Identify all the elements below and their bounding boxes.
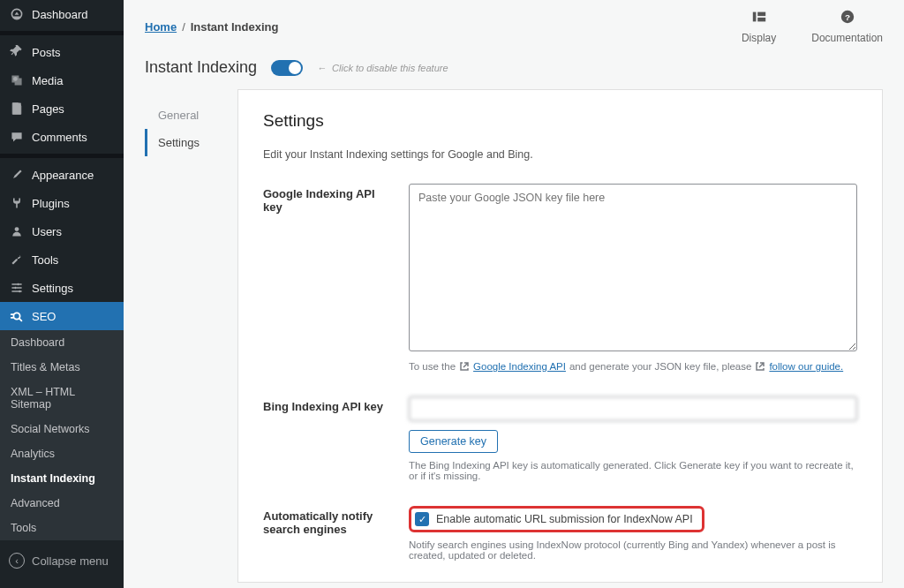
- sidebar-item-media[interactable]: Media: [0, 66, 124, 94]
- panel-heading: Settings: [263, 111, 857, 131]
- toggle-hint: ← Click to disable this feature: [317, 63, 448, 73]
- sidebar-item-appearance[interactable]: Appearance: [0, 161, 124, 189]
- submenu-item-analytics[interactable]: Analytics: [0, 441, 124, 466]
- google-field-label: Google Indexing API key: [263, 184, 391, 372]
- breadcrumb: Home / Instant Indexing: [145, 20, 278, 34]
- comment-icon: [9, 129, 25, 145]
- topbar: Home / Instant Indexing Display ? Docume…: [124, 0, 904, 58]
- settings-subtabs: General Settings: [145, 89, 237, 583]
- display-label: Display: [742, 32, 776, 44]
- sidebar-item-label: Posts: [32, 46, 61, 59]
- sidebar-item-settings[interactable]: Settings: [0, 274, 124, 302]
- brush-icon: [9, 167, 25, 183]
- sidebar-item-dashboard[interactable]: Dashboard: [0, 0, 124, 28]
- sidebar-item-seo[interactable]: SEO: [0, 302, 124, 330]
- follow-guide-link[interactable]: follow our guide.: [769, 361, 843, 372]
- submenu-item-dashboard[interactable]: Dashboard: [0, 330, 124, 355]
- sidebar-item-pages[interactable]: Pages: [0, 94, 124, 123]
- sidebar-item-label: Settings: [32, 282, 73, 295]
- sidebar-item-label: Appearance: [32, 169, 94, 182]
- breadcrumb-current: Instant Indexing: [191, 20, 279, 34]
- sidebar-item-label: Comments: [32, 131, 87, 144]
- panel-description: Edit your Instant Indexing settings for …: [263, 148, 857, 161]
- feature-toggle[interactable]: [271, 60, 303, 76]
- google-field-row: Google Indexing API key To use the Googl…: [263, 184, 857, 372]
- generate-key-button[interactable]: Generate key: [409, 430, 498, 453]
- collapse-icon: ‹: [9, 553, 25, 569]
- display-action[interactable]: Display: [742, 9, 776, 44]
- sidebar-separator: [0, 31, 124, 35]
- settings-panel: Settings Edit your Instant Indexing sett…: [237, 89, 883, 583]
- svg-point-2: [15, 227, 19, 231]
- toggle-hint-text: Click to disable this feature: [332, 63, 448, 73]
- sidebar-item-label: Pages: [32, 102, 64, 116]
- checkbox-label: Enable automatic URL submission for Inde…: [436, 513, 693, 525]
- sidebar-item-label: Plugins: [32, 197, 70, 210]
- bing-field-label: Bing Indexing API key: [263, 396, 391, 481]
- svg-point-4: [14, 287, 16, 289]
- sidebar-item-label: Tools: [32, 253, 58, 267]
- sidebar-item-tools[interactable]: Tools: [0, 245, 124, 274]
- auto-notify-row: Automatically notify search engines ✓ En…: [263, 506, 857, 561]
- admin-sidebar: Dashboard Posts Media Pages Comments App…: [0, 0, 124, 588]
- svg-point-3: [17, 283, 19, 285]
- auto-notify-help: Notify search engines using IndexNow pro…: [409, 539, 857, 561]
- collapse-label: Collapse menu: [32, 554, 109, 568]
- svg-text:?: ?: [845, 12, 850, 22]
- google-indexing-api-link[interactable]: Google Indexing API: [473, 361, 566, 372]
- documentation-action[interactable]: ? Documentation: [811, 9, 883, 44]
- collapse-menu[interactable]: ‹ Collapse menu: [0, 544, 124, 577]
- submenu-item-instant-indexing[interactable]: Instant Indexing: [0, 466, 124, 491]
- google-field-control: To use the Google Indexing API and gener…: [409, 184, 857, 372]
- main-content: Home / Instant Indexing Display ? Docume…: [124, 0, 904, 588]
- pages-icon: [9, 101, 25, 117]
- external-link-icon: [459, 361, 470, 372]
- enable-indexnow-checkbox[interactable]: ✓: [415, 512, 429, 526]
- submenu-item-advanced[interactable]: Advanced: [0, 491, 124, 516]
- subtab-settings[interactable]: Settings: [145, 129, 237, 156]
- auto-notify-label: Automatically notify search engines: [263, 506, 391, 561]
- sliders-icon: [9, 280, 25, 296]
- bing-field-row: Bing Indexing API key Generate key The B…: [263, 396, 857, 481]
- sidebar-item-plugins[interactable]: Plugins: [0, 189, 124, 217]
- page-title: Instant Indexing: [145, 58, 257, 77]
- submenu-item-titles-metas[interactable]: Titles & Metas: [0, 355, 124, 380]
- documentation-label: Documentation: [811, 32, 883, 44]
- breadcrumb-home[interactable]: Home: [145, 20, 177, 34]
- wrench-icon: [9, 252, 25, 268]
- arrow-left-icon: ←: [317, 63, 327, 73]
- help-icon: ?: [840, 9, 855, 28]
- sidebar-item-label: Media: [32, 74, 63, 87]
- bing-api-help: The Bing Indexing API key is automatical…: [409, 460, 857, 481]
- auto-notify-control: ✓ Enable automatic URL submission for In…: [409, 506, 857, 561]
- seo-submenu: Dashboard Titles & Metas XML – HTML Site…: [0, 330, 124, 540]
- submenu-item-sitemap[interactable]: XML – HTML Sitemap: [0, 380, 124, 417]
- svg-point-5: [19, 290, 20, 292]
- submenu-item-social-networks[interactable]: Social Networks: [0, 417, 124, 441]
- content-row: General Settings Settings Edit your Inst…: [124, 89, 904, 583]
- bing-field-control: Generate key The Bing Indexing API key i…: [409, 396, 857, 481]
- help-text: and generate your JSON key file, please: [569, 361, 751, 372]
- highlighted-option: ✓ Enable automatic URL submission for In…: [409, 506, 704, 532]
- sidebar-item-label: Users: [32, 225, 62, 238]
- svg-rect-1: [12, 103, 21, 115]
- svg-rect-8: [757, 18, 765, 22]
- sidebar-item-comments[interactable]: Comments: [0, 123, 124, 151]
- sidebar-item-users[interactable]: Users: [0, 217, 124, 245]
- top-actions: Display ? Documentation: [742, 9, 883, 44]
- sidebar-separator: [0, 154, 124, 158]
- svg-rect-7: [757, 12, 765, 17]
- submenu-item-tools[interactable]: Tools: [0, 516, 124, 540]
- pin-icon: [9, 44, 25, 60]
- sidebar-item-label: Dashboard: [32, 8, 88, 21]
- breadcrumb-separator: /: [182, 20, 185, 34]
- subtab-general[interactable]: General: [145, 102, 237, 129]
- sidebar-item-posts[interactable]: Posts: [0, 38, 124, 66]
- google-api-help: To use the Google Indexing API and gener…: [409, 361, 857, 372]
- seo-icon: [9, 308, 25, 324]
- sidebar-item-label: SEO: [32, 310, 56, 323]
- bing-api-key-input[interactable]: [409, 396, 857, 421]
- plug-icon: [9, 195, 25, 211]
- google-api-key-textarea[interactable]: [409, 184, 857, 351]
- svg-rect-6: [752, 12, 756, 22]
